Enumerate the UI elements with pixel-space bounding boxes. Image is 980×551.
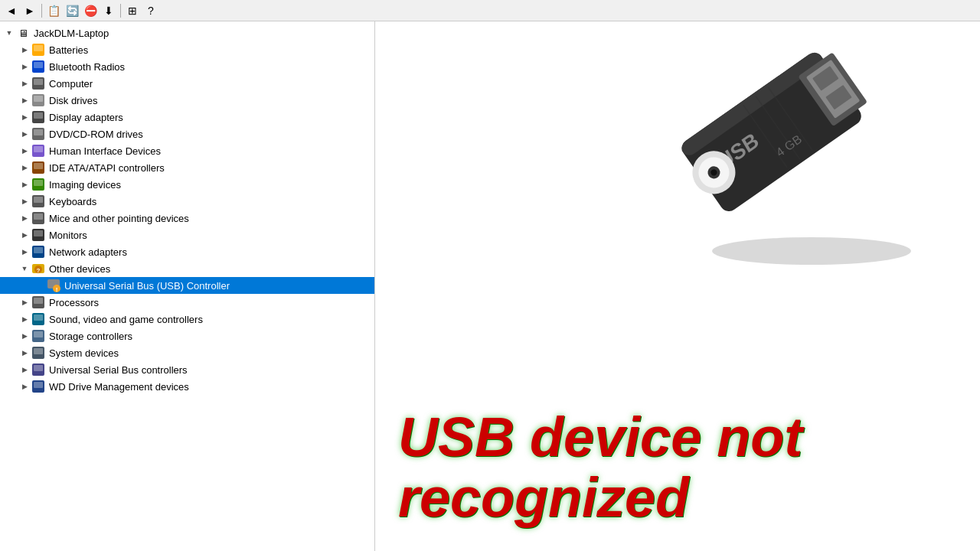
label-hid: Human Interface Devices bbox=[49, 145, 161, 157]
svg-rect-13 bbox=[34, 146, 43, 152]
icon-computer bbox=[31, 77, 46, 90]
expander-sound[interactable]: ▶ bbox=[18, 313, 31, 325]
svg-rect-25 bbox=[34, 247, 43, 253]
toolbar: ◄ ► 📋 🔄 ⛔ ⬇ ⊞ ? bbox=[0, 0, 980, 21]
view-button[interactable]: ⊞ bbox=[124, 2, 141, 19]
expander-dvd[interactable]: ▶ bbox=[18, 128, 31, 140]
expander-ide[interactable]: ▶ bbox=[18, 161, 31, 174]
expander-wd[interactable]: ▶ bbox=[18, 380, 31, 393]
expander-keyboards[interactable]: ▶ bbox=[18, 195, 31, 207]
tree-item-mice[interactable]: ▶Mice and other pointing devices bbox=[0, 210, 374, 227]
tree-item-imaging[interactable]: ▶Imaging devices bbox=[0, 176, 374, 193]
svg-rect-37 bbox=[34, 331, 43, 337]
icon-keyboards bbox=[31, 194, 46, 208]
icon-sound bbox=[31, 312, 46, 326]
label-usb-controller: Universal Serial Bus (USB) Controller bbox=[64, 280, 230, 292]
tree-item-display[interactable]: ▶Display adapters bbox=[0, 109, 374, 126]
icon-imaging bbox=[31, 178, 46, 191]
icon-hid bbox=[31, 144, 46, 158]
forward-button[interactable]: ► bbox=[21, 2, 38, 19]
svg-rect-9 bbox=[34, 112, 43, 119]
svg-rect-17 bbox=[34, 180, 43, 186]
tree-item-system[interactable]: ▶System devices bbox=[0, 344, 374, 361]
tree-item-network[interactable]: ▶Network adapters bbox=[0, 243, 374, 260]
tree-root[interactable]: ▼ 🖥 JackDLM-Laptop bbox=[0, 24, 374, 41]
tree-item-wd[interactable]: ▶WD Drive Management devices bbox=[0, 378, 374, 395]
expander-hid[interactable]: ▶ bbox=[18, 145, 31, 157]
label-processors: Processors bbox=[49, 297, 99, 308]
tree-item-other[interactable]: ▼?Other devices bbox=[0, 260, 374, 277]
label-mice: Mice and other pointing devices bbox=[49, 213, 189, 224]
svg-rect-33 bbox=[34, 298, 43, 304]
label-storage: Storage controllers bbox=[49, 331, 132, 342]
tree-item-bluetooth[interactable]: ▶Bluetooth Radios bbox=[0, 58, 374, 75]
label-disk: Disk drives bbox=[49, 95, 98, 106]
svg-rect-7 bbox=[34, 96, 43, 102]
expander-monitors[interactable]: ▶ bbox=[18, 229, 31, 241]
expander-processors[interactable]: ▶ bbox=[18, 296, 31, 308]
expander-imaging[interactable]: ▶ bbox=[18, 178, 31, 191]
svg-text:?: ? bbox=[37, 267, 41, 274]
tree-item-disk[interactable]: ▶Disk drives bbox=[0, 92, 374, 109]
expander-usb-controllers[interactable]: ▶ bbox=[18, 364, 31, 376]
root-expander[interactable]: ▼ bbox=[3, 27, 15, 39]
tree-item-usb-controllers[interactable]: ▶Universal Serial Bus controllers bbox=[0, 361, 374, 378]
tree-item-monitors[interactable]: ▶Monitors bbox=[0, 227, 374, 243]
label-other: Other devices bbox=[49, 263, 110, 275]
label-bluetooth: Bluetooth Radios bbox=[49, 61, 125, 73]
tree-container: ▶Batteries▶Bluetooth Radios▶Computer▶Dis… bbox=[0, 41, 374, 395]
expander-display[interactable]: ▶ bbox=[18, 111, 31, 123]
svg-rect-19 bbox=[34, 197, 43, 203]
properties-button[interactable]: 📋 bbox=[45, 2, 62, 19]
tree-item-sound[interactable]: ▶Sound, video and game controllers bbox=[0, 311, 374, 328]
icon-other: ? bbox=[31, 262, 46, 276]
expander-batteries[interactable]: ▶ bbox=[18, 44, 31, 56]
label-wd: WD Drive Management devices bbox=[49, 381, 189, 393]
expander-network[interactable]: ▶ bbox=[18, 246, 31, 258]
back-button[interactable]: ◄ bbox=[3, 2, 20, 19]
icon-mice bbox=[31, 211, 46, 225]
svg-point-44 bbox=[712, 237, 911, 265]
expander-bluetooth[interactable]: ▶ bbox=[18, 60, 31, 73]
tree-item-batteries[interactable]: ▶Batteries bbox=[0, 41, 374, 58]
device-tree-panel[interactable]: ▼ 🖥 JackDLM-Laptop ▶Batteries▶Bluetooth … bbox=[0, 21, 375, 551]
tree-item-ide[interactable]: ▶IDE ATA/ATAPI controllers bbox=[0, 159, 374, 176]
svg-rect-11 bbox=[34, 129, 43, 135]
icon-ide bbox=[31, 161, 46, 174]
svg-rect-5 bbox=[34, 79, 43, 85]
error-line1: USB device not bbox=[398, 407, 972, 468]
expander-storage[interactable]: ▶ bbox=[18, 330, 31, 342]
tree-item-computer[interactable]: ▶Computer bbox=[0, 75, 374, 92]
expander-usb-controller[interactable] bbox=[34, 279, 46, 292]
tree-item-hid[interactable]: ▶Human Interface Devices bbox=[0, 142, 374, 159]
icon-network bbox=[31, 245, 46, 259]
icon-system bbox=[31, 346, 46, 360]
help-button[interactable]: ? bbox=[142, 2, 159, 19]
tree-item-usb-controller[interactable]: !Universal Serial Bus (USB) Controller bbox=[0, 277, 374, 294]
svg-rect-35 bbox=[34, 315, 43, 321]
uninstall-button[interactable]: ⛔ bbox=[82, 2, 99, 19]
expander-computer[interactable]: ▶ bbox=[18, 77, 31, 90]
main-area: ▼ 🖥 JackDLM-Laptop ▶Batteries▶Bluetooth … bbox=[0, 21, 980, 551]
scan-button[interactable]: ⬇ bbox=[100, 2, 117, 19]
expander-other[interactable]: ▼ bbox=[18, 262, 31, 275]
icon-disk bbox=[31, 93, 46, 107]
expander-disk[interactable]: ▶ bbox=[18, 94, 31, 106]
svg-rect-3 bbox=[34, 62, 43, 68]
expander-mice[interactable]: ▶ bbox=[18, 212, 31, 224]
toolbar-separator-2 bbox=[120, 4, 121, 18]
label-usb-controllers: Universal Serial Bus controllers bbox=[49, 364, 188, 376]
update-driver-button[interactable]: 🔄 bbox=[64, 2, 80, 19]
icon-batteries bbox=[31, 43, 46, 57]
label-network: Network adapters bbox=[49, 246, 127, 258]
root-label: JackDLM-Laptop bbox=[34, 28, 109, 39]
tree-item-processors[interactable]: ▶Processors bbox=[0, 294, 374, 311]
svg-rect-43 bbox=[34, 382, 43, 388]
label-computer: Computer bbox=[49, 78, 93, 90]
expander-system[interactable]: ▶ bbox=[18, 347, 31, 359]
tree-item-dvd[interactable]: ▶DVD/CD-ROM drives bbox=[0, 126, 374, 142]
tree-item-storage[interactable]: ▶Storage controllers bbox=[0, 328, 374, 344]
label-sound: Sound, video and game controllers bbox=[49, 314, 203, 325]
tree-item-keyboards[interactable]: ▶Keyboards bbox=[0, 193, 374, 210]
icon-monitors bbox=[31, 228, 46, 242]
